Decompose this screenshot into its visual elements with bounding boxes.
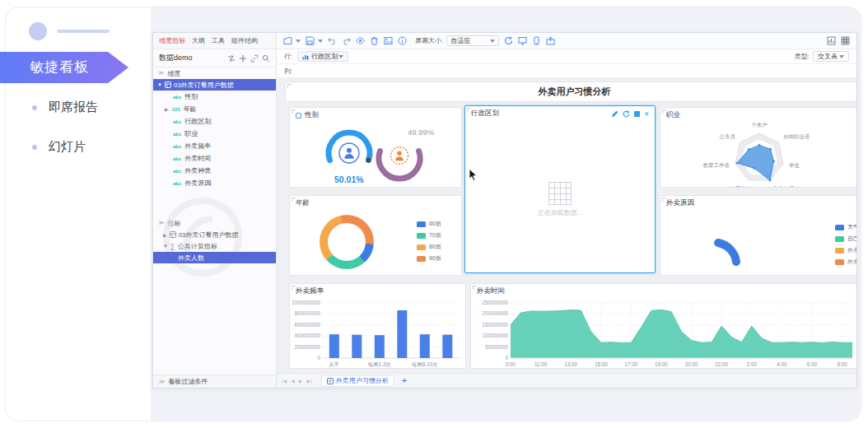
- add-sheet-button[interactable]: +: [402, 376, 407, 385]
- component-library-icon[interactable]: [841, 36, 850, 45]
- field-occupation[interactable]: abc职业: [153, 128, 276, 140]
- legend-item[interactable]: 自己: [835, 235, 856, 243]
- metrics-header[interactable]: ≫ 指标: [153, 217, 276, 229]
- nav-item-slides[interactable]: 幻灯片: [32, 139, 86, 155]
- expander-open-icon[interactable]: ▼: [163, 244, 168, 249]
- svg-text:8:00: 8:00: [837, 361, 847, 367]
- dimensions-header[interactable]: ≫ 维度: [153, 67, 276, 79]
- chart-type-icon[interactable]: [827, 36, 836, 45]
- widget-age[interactable]: 年龄 60后70后80后90后: [289, 195, 462, 276]
- add-field-icon[interactable]: [239, 54, 247, 63]
- metric-takeout-count-selected[interactable]: 外卖人数: [153, 252, 276, 263]
- prev-sheet-icon[interactable]: ◀: [291, 378, 295, 384]
- search-icon[interactable]: [262, 54, 270, 63]
- info-icon[interactable]: [398, 36, 407, 45]
- svg-text:250000000: 250000000: [482, 300, 508, 305]
- frequency-bar-chart[interactable]: 0200000000400000000600000000800000000100…: [292, 298, 464, 366]
- field-frequency[interactable]: abc外卖频率: [153, 140, 276, 152]
- preview-eye-icon[interactable]: [356, 36, 365, 45]
- image-export-icon[interactable]: [384, 36, 393, 45]
- expander-open-icon[interactable]: ▼: [157, 82, 162, 87]
- tab-component-structure[interactable]: 组件结构: [231, 36, 258, 45]
- svg-text:11:00: 11:00: [534, 361, 548, 367]
- sheet-tab-active[interactable]: 外卖用户习惯分析: [321, 375, 394, 387]
- dashboard-filter-bar[interactable]: ≫ 看板过滤条件: [153, 374, 276, 388]
- field-age[interactable]: ▶123年龄: [153, 103, 276, 115]
- screen-size-select[interactable]: 自适应: [446, 35, 499, 46]
- switch-dataset-icon[interactable]: [227, 54, 236, 63]
- collapse-icon: ≫: [158, 70, 164, 77]
- screen-size-control: 屏幕大小: 自适应: [415, 35, 499, 46]
- legend-item[interactable]: 天气: [835, 223, 856, 231]
- redo-icon[interactable]: [342, 36, 351, 45]
- chevron-down-icon: [490, 40, 495, 43]
- field-time[interactable]: abc外卖时间: [153, 152, 276, 165]
- text-field-icon: abc: [173, 95, 181, 100]
- edit-icon[interactable]: [611, 110, 618, 118]
- widget-gender[interactable]: 性别 49.99% 50.01%: [289, 107, 462, 188]
- svg-text:600000000: 600000000: [294, 322, 320, 328]
- widget-frequency[interactable]: 外卖频率 02000000004000000006000000008000000…: [289, 283, 466, 369]
- dataset-name: 数据demo: [159, 53, 224, 63]
- collapse-icon: ≫: [158, 220, 164, 226]
- widget-reason[interactable]: 外卖原因 天气自己外卖外卖: [660, 195, 856, 276]
- refresh-icon[interactable]: [504, 36, 513, 45]
- nav-item-label: 即席报告: [49, 100, 98, 115]
- occupation-radar-chart[interactable]: 个体户自由职业者学生企业白领其他教育工作者公务员: [662, 122, 856, 185]
- svg-text:6:00: 6:00: [807, 361, 818, 367]
- mobile-preview-icon[interactable]: [532, 36, 541, 45]
- nav-item-dashboard-active[interactable]: 敏捷看板: [0, 52, 128, 83]
- delete-icon[interactable]: [370, 36, 379, 45]
- legend-item[interactable]: 外卖: [835, 246, 856, 254]
- svg-text:0: 0: [317, 355, 320, 361]
- legend-item[interactable]: 外卖: [835, 258, 856, 266]
- pc-preview-icon[interactable]: [518, 36, 527, 45]
- legend-item[interactable]: 90后: [417, 254, 441, 263]
- link-icon[interactable]: [250, 54, 259, 63]
- legend-item[interactable]: 80后: [417, 243, 441, 251]
- stop-icon[interactable]: [634, 111, 640, 117]
- svg-text:从不: 从不: [329, 361, 340, 367]
- field-region[interactable]: abc行政区划: [153, 115, 276, 128]
- new-component-icon[interactable]: [283, 36, 292, 45]
- field-reason[interactable]: abc外卖原因: [153, 177, 276, 189]
- legend-item[interactable]: 70后: [417, 231, 441, 240]
- export-icon[interactable]: [546, 36, 555, 45]
- expander-closed-icon[interactable]: ▶: [165, 106, 169, 112]
- close-icon[interactable]: ×: [644, 110, 649, 118]
- first-sheet-icon[interactable]: |◀: [282, 378, 287, 384]
- save-icon[interactable]: [306, 36, 315, 45]
- undo-icon[interactable]: [328, 36, 337, 45]
- tab-outline[interactable]: 大纲: [192, 36, 205, 45]
- tab-tools[interactable]: 工具: [212, 36, 225, 45]
- gender-gauge-chart[interactable]: 49.99% 50.01%: [292, 122, 460, 185]
- widget-time[interactable]: 外卖时间 05000000010000000015000000020000000…: [470, 283, 856, 369]
- reason-pie-chart[interactable]: 天气自己外卖外卖: [662, 210, 856, 273]
- legend-item[interactable]: 60后: [417, 220, 441, 228]
- widget-occupation[interactable]: 职业 个体户自由职业者学生企业白领其他教育工作者公务员: [660, 107, 856, 188]
- widget-region-selected[interactable]: 行政区划 × 正在加载数据...: [464, 105, 656, 273]
- expander-closed-icon[interactable]: ▶: [163, 232, 167, 238]
- donut-ring[interactable]: [320, 215, 374, 269]
- nav-item-adhoc-report[interactable]: 即席报告: [32, 100, 98, 115]
- last-sheet-icon[interactable]: ▶|: [306, 378, 311, 384]
- column-shelf[interactable]: 列:: [277, 64, 856, 78]
- time-area-chart[interactable]: 0500000001000000001500000002000000002500…: [473, 298, 856, 366]
- widget-dashboard-title[interactable]: 外卖用户习惯分析: [285, 81, 856, 102]
- avatar: [29, 22, 47, 40]
- age-donut-chart[interactable]: 60后70后80后90后: [292, 210, 460, 273]
- refresh-icon[interactable]: [623, 110, 630, 118]
- chevron-down-icon[interactable]: [296, 40, 301, 43]
- metric-public-calc[interactable]: ▼ ∑ 公共计算指标: [153, 240, 276, 252]
- chevron-down-icon[interactable]: [318, 40, 323, 43]
- bar-field-icon: [302, 54, 309, 60]
- metric-dataset[interactable]: ▶ 03外卖订餐用户数据: [153, 229, 276, 240]
- row-field-pill[interactable]: 行政区划: [297, 51, 348, 62]
- tab-dimensions-metrics[interactable]: 维度指标: [159, 36, 185, 45]
- field-gender[interactable]: abc性别: [153, 91, 276, 103]
- next-sheet-icon[interactable]: ▶: [299, 378, 303, 384]
- dimension-root-dataset[interactable]: ▼ 03外卖订餐用户数据: [153, 79, 276, 91]
- type-select[interactable]: 交叉表: [813, 51, 849, 62]
- dataset-row: 数据demo: [153, 49, 276, 67]
- field-category[interactable]: abc外卖种类: [153, 165, 276, 177]
